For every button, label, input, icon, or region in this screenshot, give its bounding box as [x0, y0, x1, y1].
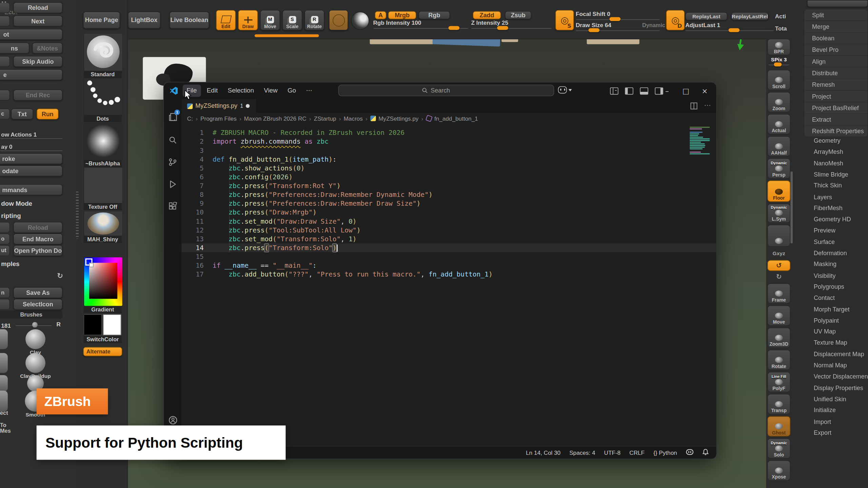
slider-focal-shift-0[interactable]: Focal Shift 0	[576, 11, 660, 21]
brushes-bar[interactable]: Brushes	[0, 310, 62, 319]
toggle-panel-icon[interactable]	[640, 87, 648, 95]
rail-button-end-macro[interactable]: End Macro	[13, 233, 62, 245]
rail-stub-button[interactable]: c	[0, 108, 10, 120]
status-item-spaces-4[interactable]: Spaces: 4	[569, 450, 595, 455]
brush-thumb-stub[interactable]	[0, 375, 8, 392]
shelf-button-move[interactable]: Move	[767, 305, 791, 326]
rail-button-ot[interactable]: ot	[0, 29, 62, 40]
explorer-icon[interactable]: 1	[164, 108, 181, 125]
source-control-icon[interactable]	[164, 154, 181, 170]
toggle-mrgb[interactable]: Mrgb	[388, 11, 416, 19]
menu-item-redshift-properties[interactable]: Redshift Properties	[804, 126, 867, 137]
status-item-python[interactable]: {} Python	[653, 450, 677, 455]
rail-button-mmands[interactable]: mmands	[0, 184, 62, 196]
menu-item-boolean[interactable]: Boolean	[804, 33, 867, 44]
brush-thumb-standard[interactable]	[84, 33, 123, 72]
menu-item-edit[interactable]: Edit	[203, 85, 221, 97]
menu-item-surface[interactable]: Surface	[814, 238, 835, 246]
redo-icon[interactable]: ↻	[767, 272, 791, 281]
mode-button-draw[interactable]: Draw	[238, 10, 258, 30]
menu-item-polygroups[interactable]: Polygroups	[814, 283, 844, 290]
menu-item-contact[interactable]: Contact	[814, 294, 835, 302]
run-debug-icon[interactable]	[164, 176, 181, 192]
minimap[interactable]	[690, 127, 712, 155]
toggle-zsub[interactable]: Zsub	[505, 11, 531, 19]
brush-size-track[interactable]	[16, 324, 52, 326]
menu-item-deformation[interactable]: Deformation	[814, 249, 847, 257]
shelf-item-gxyz[interactable]: Gxyz	[767, 249, 791, 258]
mode-button-move[interactable]: MMove	[260, 10, 280, 30]
menu-item-vector-displacement[interactable]: Vector Displacement	[814, 372, 868, 380]
menu-item-masking[interactable]: Masking	[814, 260, 836, 268]
status-item-crlf[interactable]: CRLF	[629, 450, 645, 455]
slider-handle[interactable]	[449, 26, 460, 30]
rail-button-next[interactable]: Next	[13, 16, 62, 27]
menu-item-remesh[interactable]: Remesh	[804, 79, 867, 90]
tab-myzsettings[interactable]: MyZSettings.py 1	[182, 99, 256, 113]
menu-item-layers[interactable]: Layers	[814, 193, 832, 201]
menu-item-texture-map[interactable]: Texture Map	[814, 339, 847, 346]
toggle-a[interactable]: A	[375, 11, 386, 19]
rail-button-roke[interactable]: roke	[0, 153, 62, 164]
shelf-button-zoom[interactable]: Zoom	[767, 92, 791, 112]
menu-item-project[interactable]: Project	[804, 91, 867, 102]
toolbar-button-home-page[interactable]: Home Page	[83, 12, 120, 29]
unsaved-dot-icon[interactable]	[246, 104, 250, 108]
mode-button-edit[interactable]: Edit	[216, 10, 236, 30]
undo-icon[interactable]: ↺	[767, 260, 791, 271]
bell-icon[interactable]	[703, 449, 709, 456]
shelf-button-transp[interactable]: Transp	[767, 394, 791, 414]
toggle-rgb[interactable]: Rgb	[418, 11, 450, 19]
slider-adjustlast-1[interactable]: AdjustLast 1	[685, 22, 774, 32]
menu-item-view[interactable]: View	[260, 85, 281, 97]
menu-item-fibermesh[interactable]: FiberMesh	[814, 204, 843, 212]
brush-thumb-brushalpha[interactable]	[84, 123, 123, 160]
rail-button-run[interactable]: Run	[37, 108, 59, 120]
current-material-sphere[interactable]	[351, 12, 369, 30]
shelf-button-scroll[interactable]: Scroll	[767, 70, 791, 90]
shelf-button-xpose[interactable]: Xpose	[767, 460, 791, 481]
search-input[interactable]: Search	[338, 85, 554, 96]
breadcrumb-item[interactable]: ZStartup	[314, 116, 336, 121]
menu-item-morph-target[interactable]: Morph Target	[814, 305, 849, 313]
menu-item-distribute[interactable]: Distribute	[804, 67, 867, 79]
shelf-button-floor[interactable]: Floor	[767, 180, 791, 202]
menu-item-go[interactable]: Go	[284, 85, 300, 97]
breadcrumb-item[interactable]: fn_add_button_1	[434, 116, 478, 121]
brush-thumb-stub[interactable]	[0, 329, 8, 349]
shelf-button-actual[interactable]: Actual	[767, 114, 791, 134]
customize-layout-icon[interactable]	[610, 87, 618, 95]
brush-size-knob[interactable]	[32, 322, 38, 327]
rail-stub-button[interactable]	[0, 16, 10, 27]
slider-handle[interactable]	[589, 28, 600, 32]
menu-item-nanomesh[interactable]: NanoMesh	[814, 159, 843, 167]
code-editor[interactable]: 1# ZBRUSH MACRO - Recorded in ZBrush ver…	[182, 124, 716, 447]
rail-button-save-as[interactable]: Save As	[13, 287, 62, 298]
mode-button-scale[interactable]: SScale	[282, 10, 302, 30]
menu-item-initialize[interactable]: Initialize	[814, 406, 836, 414]
shelf-button-ghost[interactable]: Ghost	[767, 416, 791, 436]
menu-item-arraymesh[interactable]: ArrayMesh	[814, 148, 843, 156]
rail-stub-button[interactable]	[0, 2, 10, 14]
refresh-icon[interactable]: ↻	[57, 272, 63, 279]
menu-item-unified-skin[interactable]: Unified Skin	[814, 395, 846, 403]
breadcrumb-item[interactable]: C:	[187, 116, 193, 121]
breadcrumb-item[interactable]: Macros	[344, 116, 363, 121]
brush-thumb-stub[interactable]	[0, 391, 8, 412]
menu-item-project-basrelief[interactable]: Project BasRelief	[804, 102, 867, 114]
toolbar-scroll-indicator[interactable]	[255, 34, 319, 37]
split-editor-icon[interactable]	[690, 102, 697, 111]
menu-item-[interactable]: ⋯	[302, 85, 316, 97]
menu-item-uv-map[interactable]: UV Map	[814, 328, 836, 336]
toolbar-button-replaylastrel[interactable]: ReplayLastRel	[731, 12, 768, 20]
shelf-button-rotate[interactable]: Rotate	[767, 350, 791, 370]
shelf-button-l-sym[interactable]: DynamicL.Sym	[767, 204, 791, 223]
menu-item-align[interactable]: Align	[804, 56, 867, 67]
maximize-button[interactable]: □	[676, 87, 695, 94]
brush-thumb-clay[interactable]	[25, 329, 45, 349]
menu-item-extract[interactable]: Extract	[804, 114, 867, 125]
menu-item-visibility[interactable]: Visibility	[814, 272, 836, 280]
main-color-swatch[interactable]	[84, 314, 102, 335]
rail-stub-button[interactable]: o	[0, 233, 10, 245]
shelf-scrollbar[interactable]	[790, 171, 793, 243]
